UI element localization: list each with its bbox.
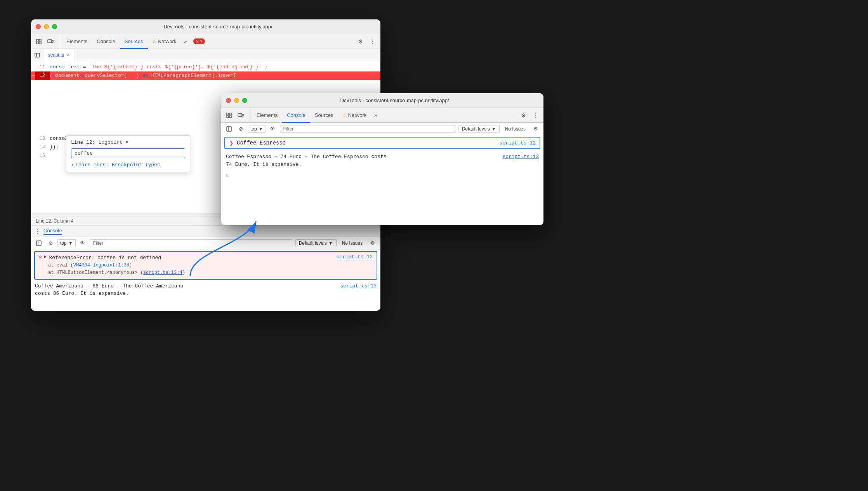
- device-icon-front[interactable]: [236, 111, 245, 120]
- error-stack: at eval (VM4394 logpoint:1:38) at HTMLBu…: [39, 262, 373, 277]
- devtools-tabbar-back: Elements Console Sources ⚠ Network » ✕ 1…: [31, 34, 380, 49]
- eye-icon-back[interactable]: 👁: [78, 239, 87, 248]
- devtools-front-window: DevTools - consistent-source-map-pc.netl…: [221, 93, 543, 225]
- front-log-link[interactable]: script.ts:13: [502, 153, 539, 161]
- console-content-back: ✕ ▶ ReferenceError: coffee is not define…: [31, 249, 380, 311]
- tab-sources-front[interactable]: Sources: [310, 108, 338, 123]
- tab-more-back[interactable]: »: [181, 34, 190, 49]
- gear-area-back: ⚙ ⋮: [356, 34, 377, 49]
- logpoint-popup: Line 12: Logpoint ▼ ↗ Learn more: Breakp…: [66, 135, 190, 172]
- warn-icon-back: ⚠: [153, 39, 156, 44]
- logpoint-input[interactable]: [71, 148, 185, 158]
- code-line-11: 11 const text = `The ${'{coffee}'} costs…: [31, 63, 380, 71]
- close-button-front[interactable]: [226, 98, 231, 103]
- filter-input-front[interactable]: [280, 125, 456, 133]
- gear-area-front: ⚙ ⋮: [519, 108, 540, 122]
- svg-rect-4: [48, 40, 52, 43]
- filter-input-back[interactable]: [90, 239, 293, 247]
- sidebar-toggle-back[interactable]: [31, 49, 43, 61]
- script-link[interactable]: script.ts:12:4: [143, 270, 182, 275]
- eye-icon-front[interactable]: 👁: [268, 124, 278, 134]
- svg-rect-15: [242, 114, 243, 116]
- logpoint-dropdown[interactable]: ▼: [126, 140, 128, 145]
- code-line-12: ●● 12 (▶document.▶querySelector('p') as …: [31, 71, 380, 80]
- titlebar-front: DevTools - consistent-source-map-pc.netl…: [221, 93, 543, 108]
- learn-more-link[interactable]: ↗ Learn more: Breakpoint Types: [71, 162, 185, 168]
- titlebar-back: DevTools - consistent-source-map-pc.netl…: [31, 19, 380, 34]
- console-sidebar-icon[interactable]: [34, 239, 43, 248]
- close-file-tab[interactable]: ✕: [66, 52, 70, 57]
- file-tabbar-back: script.ts ✕: [31, 49, 380, 61]
- file-tab-script[interactable]: script.ts ✕: [43, 49, 75, 61]
- maximize-button-front[interactable]: [242, 98, 247, 103]
- tab-console-front[interactable]: Console: [282, 108, 310, 123]
- console-clear-icon[interactable]: ⊘: [46, 239, 55, 248]
- minimize-button[interactable]: [44, 24, 49, 29]
- svg-rect-0: [36, 39, 38, 41]
- tab-network-front[interactable]: ⚠ Network: [338, 108, 372, 123]
- svg-rect-14: [238, 113, 242, 117]
- close-button[interactable]: [36, 24, 41, 29]
- settings-icon-front[interactable]: ⚙: [519, 111, 528, 120]
- front-console-log-row: Coffee Espresso – 74 Euro – The Coffee E…: [221, 151, 543, 171]
- no-issues-back: No Issues: [339, 240, 366, 246]
- logpoint-header: Line 12: Logpoint ▼: [71, 139, 185, 145]
- window-title-front: DevTools - consistent-source-map-pc.netl…: [250, 98, 539, 103]
- espresso-icon: ❯: [229, 140, 234, 146]
- svg-rect-2: [36, 42, 38, 44]
- espresso-text: Coffee Espresso: [237, 140, 286, 146]
- maximize-button[interactable]: [52, 24, 57, 29]
- svg-rect-5: [52, 40, 53, 42]
- console-tab-label[interactable]: Console: [43, 228, 62, 235]
- front-console-content: ❯ Coffee Espresso script.ts:12 Coffee Es…: [221, 135, 543, 225]
- console-gear-front[interactable]: ⚙: [531, 124, 540, 134]
- devtools-icon-group: [34, 34, 60, 49]
- inspect-icon[interactable]: [34, 37, 43, 46]
- tab-console-back[interactable]: Console: [92, 34, 120, 49]
- console-log-row-americano: Coffee Americano – 86 Euro – The Coffee …: [31, 281, 380, 299]
- error-message-text: ReferenceError: coffee is not defined: [49, 254, 334, 262]
- svg-rect-1: [39, 39, 41, 41]
- svg-rect-13: [229, 116, 231, 118]
- log-expand-icon[interactable]: ›: [226, 172, 228, 179]
- error-badge-back: ✕ 1: [193, 38, 205, 44]
- console-three-dots[interactable]: ⋮: [34, 228, 40, 235]
- devtools-icon-group-front: [224, 108, 250, 122]
- espresso-link[interactable]: script.ts:12: [499, 140, 536, 146]
- more-icon-front[interactable]: ⋮: [531, 111, 540, 120]
- minimize-button-front[interactable]: [234, 98, 239, 103]
- error-line-1: ✕ ▶ ReferenceError: coffee is not define…: [39, 254, 373, 262]
- tab-more-front[interactable]: »: [371, 108, 380, 122]
- front-log-text: Coffee Espresso – 74 Euro – The Coffee E…: [226, 153, 386, 168]
- log-link-americano[interactable]: script.ts:13: [340, 282, 377, 290]
- vm-link[interactable]: VM4394 logpoint:1:38: [73, 263, 129, 268]
- svg-rect-16: [227, 127, 231, 131]
- clear-icon-front[interactable]: ⊘: [236, 124, 245, 134]
- no-issues-front: No Issues: [502, 126, 529, 132]
- settings-icon-back[interactable]: ⚙: [356, 37, 365, 46]
- expand-row: ›: [221, 171, 543, 181]
- top-selector-back[interactable]: top ▼: [57, 239, 76, 247]
- svg-rect-11: [229, 113, 231, 115]
- inspect-icon-front[interactable]: [224, 111, 234, 120]
- console-gear-back[interactable]: ⚙: [368, 239, 377, 248]
- default-levels-back[interactable]: Default levels ▼: [295, 239, 337, 247]
- window-title-back: DevTools - consistent-source-map-pc.netl…: [60, 24, 376, 30]
- tab-elements-back[interactable]: Elements: [62, 34, 92, 49]
- console-panel-back: ⋮ Console ⊘ top ▼ 👁 Default l: [31, 225, 380, 311]
- svg-rect-12: [227, 116, 229, 118]
- tab-network-back[interactable]: ⚠ Network: [148, 34, 181, 49]
- sidebar-icon-front[interactable]: [224, 124, 234, 134]
- top-selector-front[interactable]: top ▼: [248, 125, 266, 133]
- console-toolbar-back: ⊘ top ▼ 👁 Default levels ▼ No Issues ⚙: [31, 237, 380, 249]
- tab-elements-front[interactable]: Elements: [252, 108, 282, 123]
- default-levels-front[interactable]: Default levels ▼: [458, 125, 500, 133]
- tab-sources-back[interactable]: Sources: [120, 34, 148, 49]
- warn-icon-front: ⚠: [343, 113, 347, 118]
- log-text-americano: Coffee Americano – 86 Euro – The Coffee …: [35, 282, 340, 298]
- expand-arrow-icon[interactable]: ▶: [44, 254, 47, 259]
- error-link-main[interactable]: script.ts:12: [336, 254, 373, 260]
- more-icon-back[interactable]: ⋮: [368, 37, 377, 46]
- svg-rect-10: [227, 113, 229, 115]
- device-icon[interactable]: [46, 37, 55, 46]
